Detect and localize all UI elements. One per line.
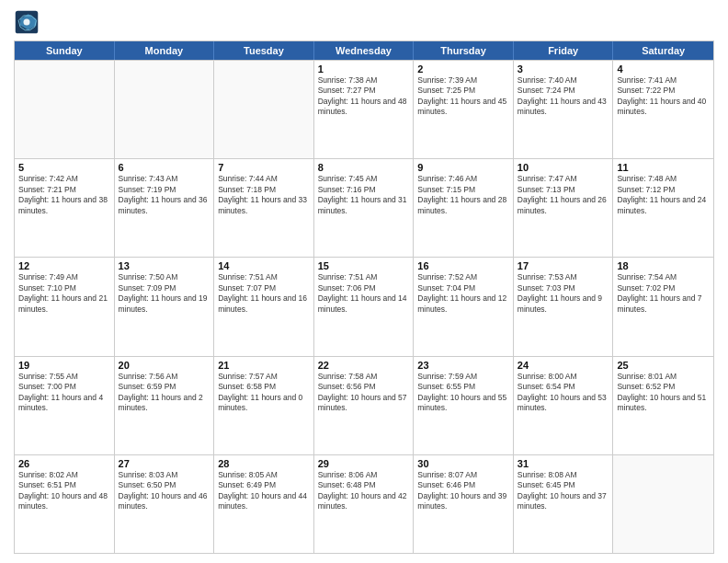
day-number: 29 <box>318 458 410 469</box>
cell-info-text: Sunrise: 8:02 AM Sunset: 6:51 PM Dayligh… <box>18 470 110 512</box>
header-day-monday: Monday <box>115 41 215 60</box>
day-number: 7 <box>218 162 310 173</box>
cell-info-text: Sunrise: 8:03 AM Sunset: 6:50 PM Dayligh… <box>119 470 210 512</box>
cal-cell-25: 25Sunrise: 8:01 AM Sunset: 6:52 PM Dayli… <box>613 357 713 454</box>
cal-cell-9: 9Sunrise: 7:46 AM Sunset: 7:15 PM Daylig… <box>414 159 514 257</box>
svg-point-3 <box>24 19 30 26</box>
cell-info-text: Sunrise: 7:57 AM Sunset: 6:58 PM Dayligh… <box>218 372 310 414</box>
week-row-0: 1Sunrise: 7:38 AM Sunset: 7:27 PM Daylig… <box>15 60 713 158</box>
cal-cell-23: 23Sunrise: 7:59 AM Sunset: 6:55 PM Dayli… <box>414 357 514 454</box>
header-day-tuesday: Tuesday <box>214 41 314 60</box>
cell-info-text: Sunrise: 7:45 AM Sunset: 7:16 PM Dayligh… <box>318 174 410 216</box>
day-number: 30 <box>417 458 509 469</box>
day-number: 20 <box>119 360 210 371</box>
day-number: 19 <box>18 360 110 371</box>
cell-info-text: Sunrise: 8:05 AM Sunset: 6:49 PM Dayligh… <box>218 470 310 512</box>
cal-cell-27: 27Sunrise: 8:03 AM Sunset: 6:50 PM Dayli… <box>115 455 215 553</box>
cell-info-text: Sunrise: 7:55 AM Sunset: 7:00 PM Dayligh… <box>18 372 110 414</box>
cal-cell-26: 26Sunrise: 8:02 AM Sunset: 6:51 PM Dayli… <box>15 455 115 553</box>
cal-cell-7: 7Sunrise: 7:44 AM Sunset: 7:18 PM Daylig… <box>214 159 314 257</box>
cell-info-text: Sunrise: 7:51 AM Sunset: 7:06 PM Dayligh… <box>318 272 410 315</box>
cal-cell-1: 1Sunrise: 7:38 AM Sunset: 7:27 PM Daylig… <box>314 61 415 158</box>
cal-cell-31: 31Sunrise: 8:08 AM Sunset: 6:45 PM Dayli… <box>514 455 614 553</box>
week-row-4: 26Sunrise: 8:02 AM Sunset: 6:51 PM Dayli… <box>15 454 713 553</box>
day-number: 2 <box>417 63 509 75</box>
cell-info-text: Sunrise: 8:00 AM Sunset: 6:54 PM Dayligh… <box>518 372 609 414</box>
cal-cell-14: 14Sunrise: 7:51 AM Sunset: 7:07 PM Dayli… <box>214 258 314 355</box>
cal-cell-empty-0-1 <box>115 61 215 158</box>
day-number: 23 <box>417 360 509 371</box>
day-number: 12 <box>18 260 110 271</box>
calendar-body: 1Sunrise: 7:38 AM Sunset: 7:27 PM Daylig… <box>15 60 713 553</box>
cell-info-text: Sunrise: 7:42 AM Sunset: 7:21 PM Dayligh… <box>18 174 110 216</box>
cal-cell-empty-4-6 <box>613 455 713 553</box>
cell-info-text: Sunrise: 7:38 AM Sunset: 7:27 PM Dayligh… <box>318 75 410 118</box>
cal-cell-24: 24Sunrise: 8:00 AM Sunset: 6:54 PM Dayli… <box>514 357 614 454</box>
cal-cell-18: 18Sunrise: 7:54 AM Sunset: 7:02 PM Dayli… <box>613 258 713 355</box>
cal-cell-22: 22Sunrise: 7:58 AM Sunset: 6:56 PM Dayli… <box>314 357 415 454</box>
day-number: 10 <box>518 162 609 173</box>
day-number: 8 <box>318 162 410 173</box>
cell-info-text: Sunrise: 7:47 AM Sunset: 7:13 PM Dayligh… <box>518 174 609 216</box>
cal-cell-12: 12Sunrise: 7:49 AM Sunset: 7:10 PM Dayli… <box>15 258 115 355</box>
cell-info-text: Sunrise: 7:54 AM Sunset: 7:02 PM Dayligh… <box>617 272 710 315</box>
day-number: 24 <box>518 360 609 371</box>
day-number: 25 <box>617 360 710 371</box>
cal-cell-10: 10Sunrise: 7:47 AM Sunset: 7:13 PM Dayli… <box>514 159 614 257</box>
cal-cell-11: 11Sunrise: 7:48 AM Sunset: 7:12 PM Dayli… <box>613 159 713 257</box>
cal-cell-16: 16Sunrise: 7:52 AM Sunset: 7:04 PM Dayli… <box>414 258 514 355</box>
logo-icon <box>14 9 40 35</box>
cell-info-text: Sunrise: 8:07 AM Sunset: 6:46 PM Dayligh… <box>417 470 509 512</box>
cal-cell-15: 15Sunrise: 7:51 AM Sunset: 7:06 PM Dayli… <box>314 258 415 355</box>
day-number: 17 <box>518 260 609 271</box>
header-day-sunday: Sunday <box>15 41 115 60</box>
week-row-3: 19Sunrise: 7:55 AM Sunset: 7:00 PM Dayli… <box>15 356 713 454</box>
logo <box>14 9 43 35</box>
day-number: 21 <box>218 360 310 371</box>
cell-info-text: Sunrise: 8:01 AM Sunset: 6:52 PM Dayligh… <box>617 372 710 414</box>
day-number: 26 <box>18 458 110 469</box>
day-number: 27 <box>119 458 210 469</box>
cal-cell-21: 21Sunrise: 7:57 AM Sunset: 6:58 PM Dayli… <box>214 357 314 454</box>
day-number: 4 <box>617 63 710 75</box>
day-number: 18 <box>617 260 710 271</box>
cell-info-text: Sunrise: 7:58 AM Sunset: 6:56 PM Dayligh… <box>318 372 410 414</box>
cell-info-text: Sunrise: 8:08 AM Sunset: 6:45 PM Dayligh… <box>518 470 609 512</box>
header-day-friday: Friday <box>514 41 614 60</box>
page: SundayMondayTuesdayWednesdayThursdayFrid… <box>0 0 728 563</box>
cal-cell-4: 4Sunrise: 7:41 AM Sunset: 7:22 PM Daylig… <box>613 61 713 158</box>
cell-info-text: Sunrise: 7:56 AM Sunset: 6:59 PM Dayligh… <box>119 372 210 414</box>
cell-info-text: Sunrise: 7:41 AM Sunset: 7:22 PM Dayligh… <box>617 75 710 118</box>
day-number: 22 <box>318 360 410 371</box>
day-number: 16 <box>417 260 509 271</box>
cell-info-text: Sunrise: 7:59 AM Sunset: 6:55 PM Dayligh… <box>417 372 509 414</box>
cal-cell-30: 30Sunrise: 8:07 AM Sunset: 6:46 PM Dayli… <box>414 455 514 553</box>
cal-cell-2: 2Sunrise: 7:39 AM Sunset: 7:25 PM Daylig… <box>414 61 514 158</box>
day-number: 15 <box>318 260 410 271</box>
cal-cell-empty-0-2 <box>214 61 314 158</box>
header <box>14 9 714 35</box>
week-row-1: 5Sunrise: 7:42 AM Sunset: 7:21 PM Daylig… <box>15 158 713 257</box>
cal-cell-8: 8Sunrise: 7:45 AM Sunset: 7:16 PM Daylig… <box>314 159 415 257</box>
day-number: 13 <box>119 260 210 271</box>
day-number: 1 <box>318 63 410 75</box>
week-row-2: 12Sunrise: 7:49 AM Sunset: 7:10 PM Dayli… <box>15 257 713 355</box>
cell-info-text: Sunrise: 8:06 AM Sunset: 6:48 PM Dayligh… <box>318 470 410 512</box>
cal-cell-5: 5Sunrise: 7:42 AM Sunset: 7:21 PM Daylig… <box>15 159 115 257</box>
header-day-wednesday: Wednesday <box>314 41 415 60</box>
day-number: 28 <box>218 458 310 469</box>
cell-info-text: Sunrise: 7:53 AM Sunset: 7:03 PM Dayligh… <box>518 272 609 315</box>
header-day-saturday: Saturday <box>613 41 713 60</box>
cell-info-text: Sunrise: 7:43 AM Sunset: 7:19 PM Dayligh… <box>119 174 210 216</box>
cal-cell-29: 29Sunrise: 8:06 AM Sunset: 6:48 PM Dayli… <box>314 455 415 553</box>
cal-cell-6: 6Sunrise: 7:43 AM Sunset: 7:19 PM Daylig… <box>115 159 215 257</box>
header-day-thursday: Thursday <box>414 41 514 60</box>
cal-cell-13: 13Sunrise: 7:50 AM Sunset: 7:09 PM Dayli… <box>115 258 215 355</box>
cal-cell-28: 28Sunrise: 8:05 AM Sunset: 6:49 PM Dayli… <box>214 455 314 553</box>
cal-cell-17: 17Sunrise: 7:53 AM Sunset: 7:03 PM Dayli… <box>514 258 614 355</box>
day-number: 5 <box>18 162 110 173</box>
calendar: SundayMondayTuesdayWednesdayThursdayFrid… <box>14 40 714 554</box>
cal-cell-19: 19Sunrise: 7:55 AM Sunset: 7:00 PM Dayli… <box>15 357 115 454</box>
cell-info-text: Sunrise: 7:44 AM Sunset: 7:18 PM Dayligh… <box>218 174 310 216</box>
cell-info-text: Sunrise: 7:52 AM Sunset: 7:04 PM Dayligh… <box>417 272 509 315</box>
